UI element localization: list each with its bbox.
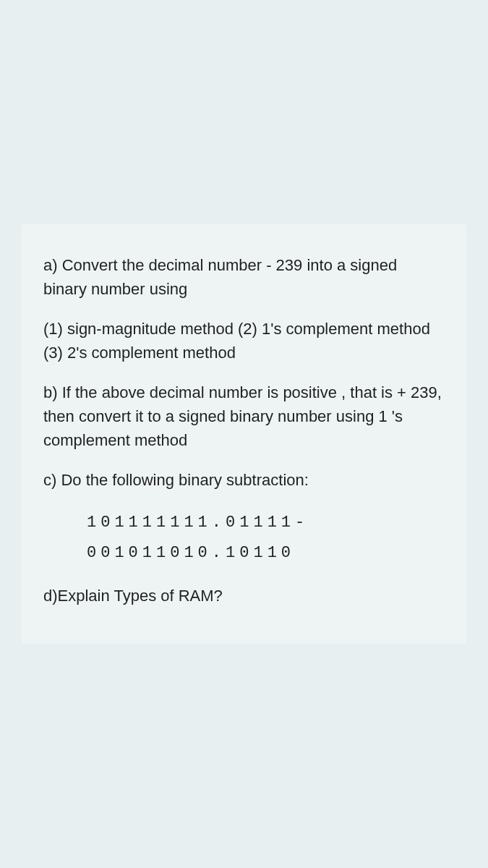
question-b: b) If the above decimal number is positi…	[43, 380, 445, 452]
question-a-line1: a) Convert the decimal number - 239 into…	[43, 256, 346, 274]
document-page: a) Convert the decimal number - 239 into…	[22, 224, 466, 644]
question-d: d)Explain Types of RAM?	[43, 584, 445, 608]
page-background: a) Convert the decimal number - 239 into…	[0, 0, 488, 868]
binary-line-2: 001011010.10110	[87, 538, 445, 569]
question-a-subparts: (1) sign-magnitude method (2) 1's comple…	[43, 317, 445, 365]
question-a-prompt: a) Convert the decimal number - 239 into…	[43, 253, 445, 301]
binary-subtraction-block: 101111111.01111- 001011010.10110	[87, 508, 445, 569]
binary-line-1: 101111111.01111-	[87, 508, 445, 538]
question-c-intro: c) Do the following binary subtraction:	[43, 468, 445, 492]
